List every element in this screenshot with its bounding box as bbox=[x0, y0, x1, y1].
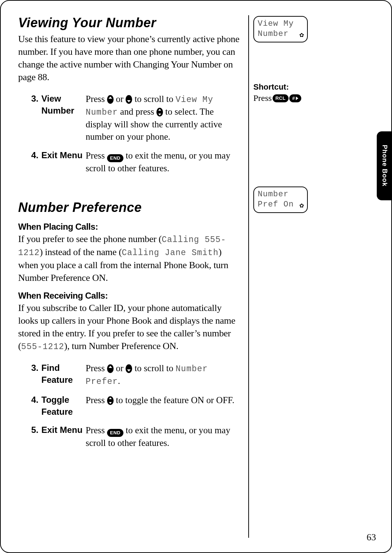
step-name: Exit Menu bbox=[41, 421, 86, 453]
book-icon: ✿ bbox=[299, 201, 304, 210]
lcd-preview-view-my-number: View My Number ✿ bbox=[253, 16, 308, 42]
section2-sub2-body: If you subscribe to Caller ID, your phon… bbox=[18, 302, 240, 353]
section2-sub1-title: When Placing Calls: bbox=[18, 222, 240, 232]
step-number: 3. bbox=[18, 359, 41, 391]
main-column: Viewing Your Number Use this feature to … bbox=[18, 15, 248, 538]
section1-steps: 3. View Number Press or to scroll to Vie… bbox=[18, 90, 240, 178]
rcl-key-icon: RCL bbox=[273, 94, 289, 102]
scroll-down-icon bbox=[126, 95, 132, 104]
select-key-icon bbox=[107, 396, 114, 405]
step-number: 4. bbox=[18, 391, 41, 421]
lcd-text: Calling Jane Smith bbox=[122, 248, 219, 258]
section2-sub2-title: When Receiving Calls: bbox=[18, 291, 240, 301]
step-name: Find Feature bbox=[41, 359, 86, 391]
step-desc: Press END to exit the menu, or you may s… bbox=[86, 147, 240, 178]
lcd-line: View My bbox=[258, 19, 303, 29]
step-row: 4. Exit Menu Press END to exit the menu,… bbox=[18, 147, 240, 178]
lcd-line: Number bbox=[258, 29, 303, 39]
step-desc: Press or to scroll to View My Number and… bbox=[86, 90, 240, 147]
shortcut-press: Press bbox=[253, 93, 272, 103]
step-row: 5. Exit Menu Press END to exit the menu,… bbox=[18, 421, 240, 453]
section1-intro: Use this feature to view your phone’s cu… bbox=[18, 33, 240, 83]
section2-steps: 3. Find Feature Press or to scroll to Nu… bbox=[18, 359, 240, 452]
step-desc: Press or to scroll to Number Prefer. bbox=[86, 359, 240, 391]
lcd-text: 555-1212 bbox=[21, 342, 64, 352]
step-row: 3. View Number Press or to scroll to Vie… bbox=[18, 90, 240, 147]
step-number: 4. bbox=[18, 147, 41, 178]
step-row: 3. Find Feature Press or to scroll to Nu… bbox=[18, 359, 240, 391]
section2-title: Number Preference bbox=[18, 200, 240, 215]
lcd-line: Number bbox=[258, 189, 303, 200]
book-icon: ✿ bbox=[299, 30, 304, 40]
lcd-text: Number bbox=[86, 108, 118, 117]
hash-key-icon: # bbox=[289, 94, 301, 102]
page-number: 63 bbox=[367, 532, 376, 543]
step-name: Toggle Feature bbox=[41, 391, 86, 421]
lcd-text: View My bbox=[176, 95, 213, 105]
lcd-line: Pref On bbox=[258, 200, 303, 210]
scroll-up-icon bbox=[107, 95, 114, 104]
step-desc: Press END to exit the menu, or you may s… bbox=[86, 421, 240, 453]
shortcut-label: Shortcut: bbox=[253, 82, 317, 92]
section-tab-label: Phone Book bbox=[381, 145, 388, 187]
scroll-up-icon bbox=[107, 364, 114, 373]
step-name: View Number bbox=[41, 90, 86, 147]
side-column: View My Number ✿ Shortcut: Press RCL # N… bbox=[248, 15, 317, 538]
step-number: 3. bbox=[18, 90, 41, 147]
section2-sub1-body: If you prefer to see the phone number (C… bbox=[18, 233, 240, 284]
end-key-icon: END bbox=[107, 429, 123, 437]
section-tab: Phone Book bbox=[377, 131, 392, 200]
step-name: Exit Menu bbox=[41, 147, 86, 178]
lcd-preview-number-pref: Number Pref On ✿ bbox=[253, 187, 308, 213]
end-key-icon: END bbox=[107, 154, 123, 162]
step-number: 5. bbox=[18, 421, 41, 453]
section1-title: Viewing Your Number bbox=[18, 15, 240, 30]
manual-page: Phone Book Viewing Your Number Use this … bbox=[0, 0, 392, 553]
step-row: 4. Toggle Feature Press to toggle the fe… bbox=[18, 391, 240, 421]
scroll-down-icon bbox=[126, 364, 132, 373]
shortcut-block: Shortcut: Press RCL # bbox=[253, 82, 317, 103]
select-key-icon bbox=[156, 108, 163, 116]
step-desc: Press to toggle the feature ON or OFF. bbox=[86, 391, 240, 421]
